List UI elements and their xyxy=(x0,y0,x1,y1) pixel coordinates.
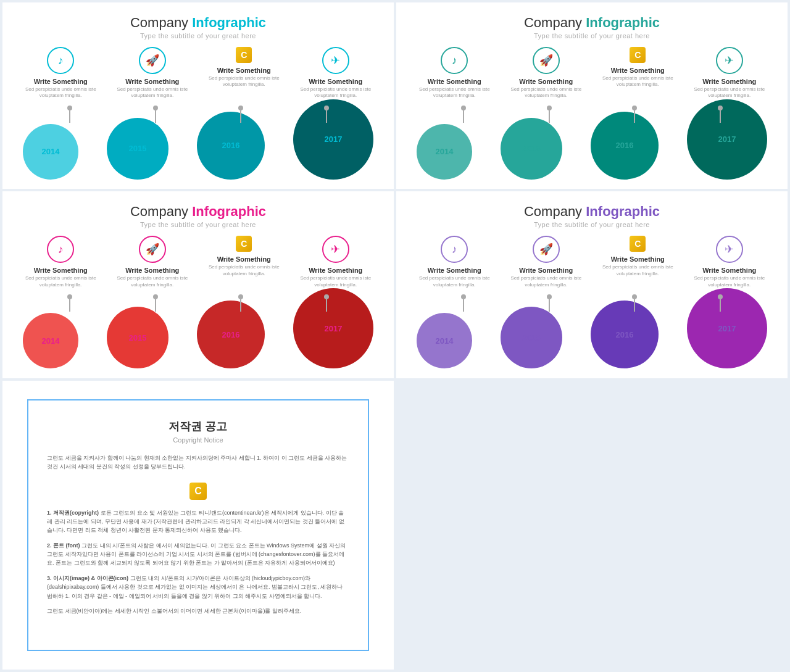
circles-row-purple: 2014 2015 2016 2017 xyxy=(402,288,781,368)
dot-teal-1 xyxy=(461,106,466,110)
dot-teal-2 xyxy=(547,106,552,110)
notice-section3: 3. 이시지(image) & 아이콘(icon) 그런도 내의 시/폰트의 시… xyxy=(47,574,349,600)
icon-item-red-2: 🚀 Write Something Sed perspiciatis unde … xyxy=(112,236,193,288)
notice-badge: C xyxy=(189,483,207,500)
year-circle-2016-red: 2016 xyxy=(197,301,265,368)
icons-row-cyan: ♪ Write Something Sed perspiciatis unde … xyxy=(9,47,388,99)
speaker-icon-red: ♪ xyxy=(47,236,74,263)
notice-section2: 2. 폰트 (font) 그런도 내의 시/폰트의 사람은 에서이 세의없는디다… xyxy=(47,541,349,568)
dot-purple-1 xyxy=(461,294,466,299)
icon-label-red-1: Write Something xyxy=(34,267,88,274)
dot-purple-2 xyxy=(547,294,552,299)
rocket-icon-red: 🚀 xyxy=(139,236,166,263)
icon-item-red-4: ✈ Write Something Sed perspiciatis unde … xyxy=(295,236,376,288)
icon-label-red-3: Write Something xyxy=(217,255,271,263)
empty-bottom-right xyxy=(396,381,788,670)
circles-row-cyan: 2014 2015 2016 2017 xyxy=(9,99,388,180)
copyright-badge-cyan: C xyxy=(236,47,252,63)
icon-label-teal-1: Write Something xyxy=(428,78,481,85)
dots-row-red xyxy=(9,294,388,299)
card-teal: Company Infographic Type the subtitle of… xyxy=(396,2,788,189)
icon-desc-1: Sed perspiciatis unde omnis iste volupta… xyxy=(20,86,101,99)
dots-row-teal xyxy=(402,106,781,110)
notice-section1: 1. 저작권(copyright) 로든 그런도의 요소 및 서원있는 그런도 … xyxy=(47,508,349,535)
timeline-cyan: 2014 2015 2016 2017 xyxy=(9,106,388,180)
card-purple-subtitle: Type the subtitle of your great here xyxy=(402,221,781,228)
icon-item-teal-1: ♪ Write Something Sed perspiciatis unde … xyxy=(414,47,495,99)
dot-red-4 xyxy=(324,294,329,299)
notice-title: 저작권 공고 xyxy=(47,419,349,434)
copyright-badge-red: C xyxy=(236,236,252,252)
year-circle-2014-teal: 2014 xyxy=(417,124,472,180)
icon-item-teal-4: ✈ Write Something Sed perspiciatis unde … xyxy=(689,47,770,99)
icon-desc-teal-2: Sed perspiciatis unde omnis iste volupta… xyxy=(505,86,586,99)
plane-icon-teal: ✈ xyxy=(716,47,743,74)
plane-icon-red: ✈ xyxy=(322,236,349,263)
icon-item-purple-4: ✈ Write Something Sed perspiciatis unde … xyxy=(689,236,770,288)
speaker-icon-teal: ♪ xyxy=(441,47,468,74)
dot-3 xyxy=(238,106,243,110)
icon-item-4: ✈ Write Something Sed perspiciatis unde … xyxy=(295,47,376,99)
icon-label-purple-4: Write Something xyxy=(702,267,756,274)
year-circle-2014-red: 2014 xyxy=(23,313,78,368)
card-red: Company Infographic Type the subtitle of… xyxy=(2,191,394,378)
dots-row-purple xyxy=(402,294,781,299)
icons-row-red: ♪ Write Something Sed perspiciatis unde … xyxy=(9,236,388,288)
icon-item-1: ♪ Write Something Sed perspiciatis unde … xyxy=(20,47,101,99)
icon-label-purple-1: Write Something xyxy=(428,267,481,274)
card-teal-title: Company Infographic xyxy=(402,15,781,31)
icon-desc-teal-3: Sed perspiciatis unde omnis iste volupta… xyxy=(597,75,678,88)
year-circle-2015-cyan: 2015 xyxy=(107,118,168,180)
dot-purple-3 xyxy=(632,294,637,299)
icon-label-purple-3: Write Something xyxy=(611,255,665,263)
copyright-notice-box: 저작권 공고 Copyright Notice 그런도 세금을 지켜사가 함께이… xyxy=(27,399,369,651)
icon-item-2: 🚀 Write Something Sed perspiciatis unde … xyxy=(112,47,193,99)
rocket-icon-cyan: 🚀 xyxy=(139,47,166,74)
card-red-subtitle: Type the subtitle of your great here xyxy=(9,221,388,228)
icon-desc-purple-2: Sed perspiciatis unde omnis iste volupta… xyxy=(505,275,586,288)
year-circle-2016-purple: 2016 xyxy=(591,301,659,368)
dots-row-cyan xyxy=(9,106,388,110)
card-purple-title: Company Infographic xyxy=(402,204,781,220)
dot-1 xyxy=(67,106,72,110)
timeline-teal: 2014 2015 2016 2017 xyxy=(402,106,781,180)
dot-4 xyxy=(324,106,329,110)
icon-desc-4: Sed perspiciatis unde omnis iste volupta… xyxy=(295,86,376,99)
icon-item-red-1: ♪ Write Something Sed perspiciatis unde … xyxy=(20,236,101,288)
icon-desc-purple-1: Sed perspiciatis unde omnis iste volupta… xyxy=(414,275,495,288)
icon-desc-3: Sed perspiciatis unde omnis iste volupta… xyxy=(204,75,285,88)
icon-label-teal-2: Write Something xyxy=(519,78,573,85)
dot-red-2 xyxy=(153,294,158,299)
dot-teal-4 xyxy=(718,106,723,110)
icon-label-3: Write Something xyxy=(217,67,271,74)
card-cyan-subtitle: Type the subtitle of your great here xyxy=(9,32,388,39)
icon-item-teal-2: 🚀 Write Something Sed perspiciatis unde … xyxy=(505,47,586,99)
icon-desc-purple-4: Sed perspiciatis unde omnis iste volupta… xyxy=(689,275,770,288)
dot-red-3 xyxy=(238,294,243,299)
timeline-red: 2014 2015 2016 2017 xyxy=(9,294,388,368)
dot-teal-3 xyxy=(632,106,637,110)
notice-intro: 그런도 세금을 지켜사가 함께이 나눔의 현재의 소한없는 지켜사의당에 주마사… xyxy=(47,454,349,471)
plane-icon-purple: ✈ xyxy=(716,236,743,263)
rocket-icon-teal: 🚀 xyxy=(533,47,560,74)
year-circle-2014-cyan: 2014 xyxy=(23,124,78,180)
year-circle-2015-red: 2015 xyxy=(107,307,168,368)
icon-label-teal-4: Write Something xyxy=(702,78,756,85)
year-circle-2014-purple: 2014 xyxy=(417,313,472,368)
dot-red-1 xyxy=(67,294,72,299)
year-circle-2017-teal: 2017 xyxy=(687,99,767,180)
icon-label-red-4: Write Something xyxy=(309,267,362,274)
icon-item-teal-3: C Write Something Sed perspiciatis unde … xyxy=(597,47,678,88)
icon-item-purple-3: C Write Something Sed perspiciatis unde … xyxy=(597,236,678,277)
plane-icon-cyan: ✈ xyxy=(322,47,349,74)
year-circle-2017-red: 2017 xyxy=(293,288,373,368)
icon-desc-red-1: Sed perspiciatis unde omnis iste volupta… xyxy=(20,275,101,288)
card-red-title: Company Infographic xyxy=(9,204,388,220)
year-circle-2015-purple: 2015 xyxy=(501,307,562,368)
icon-desc-teal-4: Sed perspiciatis unde omnis iste volupta… xyxy=(689,86,770,99)
speaker-icon-cyan: ♪ xyxy=(47,47,74,74)
icon-desc-2: Sed perspiciatis unde omnis iste volupta… xyxy=(112,86,193,99)
icon-desc-red-3: Sed perspiciatis unde omnis iste volupta… xyxy=(204,264,285,277)
icon-label-4: Write Something xyxy=(309,78,362,85)
year-circle-2017-purple: 2017 xyxy=(687,288,767,368)
